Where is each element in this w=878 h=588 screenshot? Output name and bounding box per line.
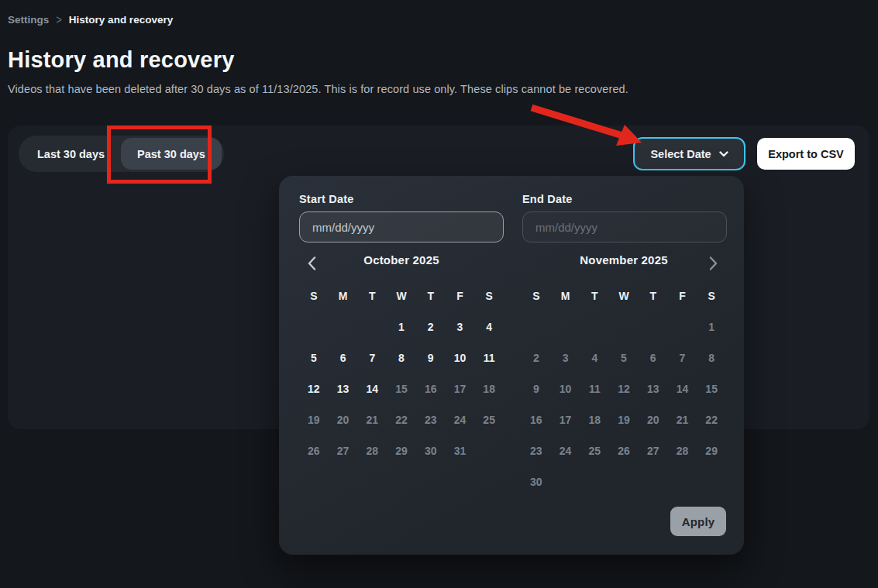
calendar-day-cell[interactable]: 1 (387, 311, 416, 342)
calendar-empty-cell (580, 466, 609, 497)
end-date-label: End Date (522, 193, 727, 205)
calendar-day-cell: 17 (446, 373, 475, 404)
calendar-day-cell: 26 (609, 435, 639, 466)
calendar-empty-cell (580, 311, 609, 342)
calendar-empty-cell (668, 311, 697, 342)
end-date-field: End Date (522, 193, 727, 242)
calendar-empty-cell (522, 311, 551, 342)
day-of-week-header: W (387, 280, 416, 311)
calendar-day-cell[interactable]: 12 (299, 373, 329, 404)
calendar-day-cell: 28 (668, 435, 697, 466)
calendar-day-cell[interactable]: 2 (416, 311, 446, 342)
select-date-button[interactable]: Select Date (633, 137, 745, 170)
calendar-day-cell: 2 (522, 342, 551, 373)
calendar-day-cell: 16 (522, 404, 551, 435)
page-title: History and recovery (8, 47, 235, 73)
calendar-empty-cell (551, 466, 580, 497)
apply-button[interactable]: Apply (670, 507, 726, 536)
breadcrumb-current: History and recovery (69, 14, 173, 26)
calendar-day-cell[interactable]: 9 (416, 342, 446, 373)
calendar-day-cell[interactable]: 10 (446, 342, 475, 373)
start-date-label: Start Date (299, 193, 504, 205)
calendar-day-cell[interactable]: 13 (329, 373, 358, 404)
calendar-empty-cell (609, 466, 639, 497)
day-of-week-header: T (580, 280, 609, 311)
calendar-day-cell: 18 (580, 404, 609, 435)
calendar-day-cell: 24 (551, 435, 580, 466)
segment-last-30-days[interactable]: Last 30 days (21, 138, 121, 170)
calendar-day-cell: 27 (329, 435, 358, 466)
calendar-day-cell: 3 (551, 342, 580, 373)
calendar-day-cell: 15 (697, 373, 726, 404)
calendar-empty-cell (474, 435, 504, 466)
breadcrumb-settings-link[interactable]: Settings (8, 14, 49, 26)
calendar-empty-cell (609, 311, 639, 342)
day-of-week-header: T (416, 280, 446, 311)
day-of-week-header: M (329, 280, 358, 311)
calendar-day-cell: 25 (580, 435, 609, 466)
start-date-input[interactable] (299, 211, 504, 242)
calendar-day-cell: 30 (522, 466, 551, 497)
calendar-day-cell: 1 (697, 311, 726, 342)
chevron-down-icon (719, 151, 728, 157)
calendar-day-cell: 23 (522, 435, 551, 466)
calendar-day-cell: 22 (387, 404, 416, 435)
calendar-day-cell: 8 (697, 342, 726, 373)
page-subtitle: Videos that have been deleted after 30 d… (8, 83, 628, 95)
day-of-week-header: S (522, 280, 551, 311)
day-of-week-header: S (299, 280, 329, 311)
date-range-toggle: Last 30 days Past 30 days (19, 136, 224, 172)
calendar-day-cell: 19 (299, 404, 329, 435)
calendar-empty-cell (299, 311, 329, 342)
calendar-day-cell[interactable]: 7 (357, 342, 387, 373)
calendar-day-cell[interactable]: 3 (446, 311, 475, 342)
calendar-day-cell: 18 (474, 373, 504, 404)
calendar-day-cell: 12 (609, 373, 639, 404)
calendar-grid: SMTWTFS123456789101112131415161718192021… (522, 280, 726, 497)
day-of-week-header: F (668, 280, 697, 311)
calendar-day-cell: 20 (639, 404, 668, 435)
calendar-day-cell: 13 (639, 373, 668, 404)
calendar-day-cell[interactable]: 5 (299, 342, 329, 373)
calendar-empty-cell (639, 466, 668, 497)
calendar-empty-cell (357, 311, 387, 342)
day-of-week-header: F (446, 280, 475, 311)
calendar-day-cell: 11 (580, 373, 609, 404)
calendar-empty-cell (551, 311, 580, 342)
calendar-day-cell: 17 (551, 404, 580, 435)
calendar-day-cell[interactable]: 8 (387, 342, 416, 373)
calendar-day-cell: 27 (639, 435, 668, 466)
export-to-csv-button[interactable]: Export to CSV (757, 138, 855, 170)
segment-past-30-days[interactable]: Past 30 days (121, 138, 222, 170)
calendar-day-cell: 26 (299, 435, 329, 466)
calendar-day-cell[interactable]: 6 (329, 342, 358, 373)
calendar-day-cell[interactable]: 11 (474, 342, 504, 373)
calendar-month-title: November 2025 (522, 252, 726, 269)
calendar-empty-cell (639, 311, 668, 342)
calendar-day-cell: 31 (446, 435, 475, 466)
calendar-grid: SMTWTFS123456789101112131415161718192021… (299, 280, 504, 466)
calendar-day-cell: 30 (416, 435, 446, 466)
select-date-label: Select Date (650, 148, 711, 160)
end-date-input[interactable] (522, 211, 727, 242)
calendar-day-cell: 20 (329, 404, 358, 435)
calendar-month: October 2025SMTWTFS123456789101112131415… (299, 252, 504, 497)
calendar-day-cell: 9 (522, 373, 551, 404)
day-of-week-header: S (474, 280, 504, 311)
calendar-day-cell: 21 (668, 404, 697, 435)
calendar-day-cell: 21 (357, 404, 387, 435)
calendar-month: November 2025SMTWTFS12345678910111213141… (522, 252, 726, 497)
calendar-months: October 2025SMTWTFS123456789101112131415… (299, 252, 726, 497)
day-of-week-header: T (357, 280, 387, 311)
calendar-day-cell: 6 (639, 342, 668, 373)
calendar-month-title: October 2025 (299, 252, 504, 269)
calendar-day-cell: 19 (609, 404, 639, 435)
day-of-week-header: T (639, 280, 668, 311)
calendar-day-cell[interactable]: 4 (474, 311, 504, 342)
calendar-day-cell: 5 (609, 342, 639, 373)
calendar-day-cell[interactable]: 14 (357, 373, 387, 404)
calendar-day-cell: 4 (580, 342, 609, 373)
calendar-day-cell: 14 (668, 373, 697, 404)
calendar-day-cell: 29 (697, 435, 726, 466)
date-picker-popup: Start Date End Date October 2025SMTWTFS1… (279, 176, 744, 555)
